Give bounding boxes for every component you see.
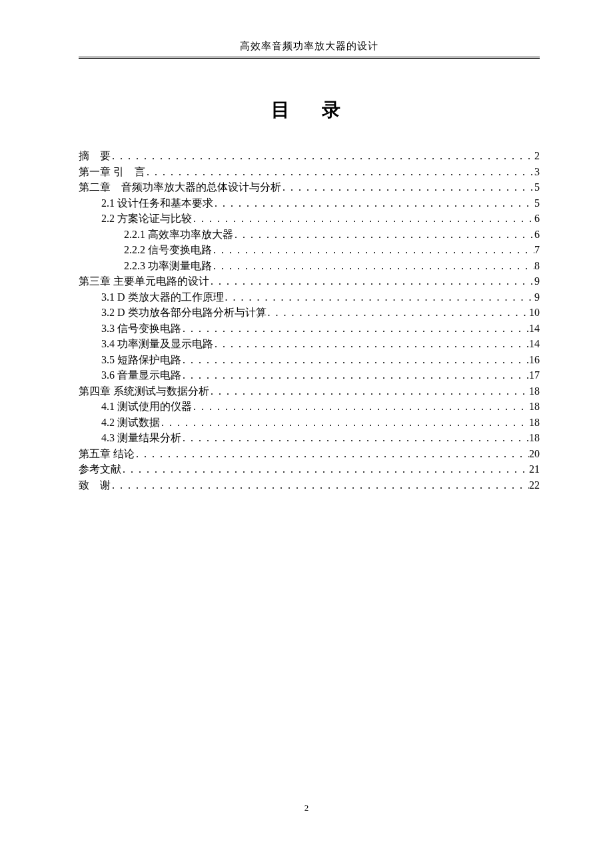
toc-entry-page: 5 [534,179,540,195]
toc-entry-page: 10 [529,305,540,321]
toc-entry: 2.2.3 功率测量电路 8 [79,258,540,274]
toc-entry: 4.3 测量结果分析 18 [79,430,540,446]
toc-entry-label: 3.5 短路保护电路 [101,352,181,368]
toc-entry: 3.3 信号变换电路 14 [79,321,540,337]
toc-entry-page: 5 [534,195,540,211]
page-title: 目 录 [79,97,540,123]
toc-entry-page: 14 [529,336,540,352]
toc-leader-dots [181,430,529,446]
toc-entry: 4.1 测试使用的仪器 18 [79,399,540,415]
toc-entry-page: 3 [534,164,540,180]
toc-entry-label: 4.1 测试使用的仪器 [101,399,192,415]
toc-leader-dots [233,227,534,243]
toc-entry: 第二章 音频功率放大器的总体设计与分析 5 [79,179,540,195]
toc-entry-page: 20 [529,446,540,462]
toc-entry: 第四章 系统测试与数据分析 18 [79,383,540,399]
toc-entry-label: 第三章 主要单元电路的设计 [79,273,209,289]
toc-entry-label: 3.1 D 类放大器的工作原理 [101,289,224,305]
toc-leader-dots [213,336,529,352]
toc-entry-page: 18 [529,430,540,446]
toc-leader-dots [281,179,534,195]
toc-entry: 3.1 D 类放大器的工作原理 9 [79,289,540,305]
toc-entry-label: 第二章 音频功率放大器的总体设计与分析 [79,179,281,195]
table-of-contents: 摘 要 2第一章 引 言 3第二章 音频功率放大器的总体设计与分析 52.1 设… [79,148,540,493]
toc-entry-page: 22 [529,477,540,493]
toc-leader-dots [181,352,529,368]
toc-entry-label: 3.3 信号变换电路 [101,321,181,337]
page-number: 2 [0,803,613,813]
toc-entry-page: 2 [534,148,540,164]
toc-entry-label: 致 谢 [79,477,111,493]
toc-entry-page: 8 [534,258,540,274]
toc-leader-dots [135,446,529,462]
toc-entry-label: 摘 要 [79,148,111,164]
toc-leader-dots [224,289,534,305]
toc-entry-page: 18 [529,399,540,415]
toc-entry: 2.1 设计任务和基本要求 5 [79,195,540,211]
toc-entry-label: 2.2.2 信号变换电路 [124,242,212,258]
header-rule [79,57,540,59]
toc-leader-dots [209,273,534,289]
toc-leader-dots [121,461,529,477]
toc-entry-label: 第一章 引 言 [79,164,145,180]
toc-entry: 3.4 功率测量及显示电路 14 [79,336,540,352]
toc-leader-dots [111,477,529,493]
toc-leader-dots [267,305,529,321]
toc-entry: 3.2 D 类功放各部分电路分析与计算 10 [79,305,540,321]
toc-entry: 致 谢 22 [79,477,540,493]
toc-leader-dots [209,383,529,399]
toc-entry: 2.2.2 信号变换电路 7 [79,242,540,258]
toc-leader-dots [160,415,529,431]
toc-entry-label: 4.2 测试数据 [101,415,160,431]
toc-entry: 摘 要 2 [79,148,540,164]
toc-leader-dots [181,367,529,383]
toc-entry-label: 参考文献 [79,461,121,477]
toc-entry-page: 18 [529,383,540,399]
toc-entry-page: 16 [529,352,540,368]
toc-entry: 2.2.1 高效率功率放大器 6 [79,227,540,243]
toc-entry-page: 9 [534,273,540,289]
toc-entry: 3.6 音量显示电路 17 [79,367,540,383]
toc-leader-dots [212,258,534,274]
toc-entry-label: 第四章 系统测试与数据分析 [79,383,209,399]
toc-entry-label: 第五章 结论 [79,446,135,462]
toc-entry: 4.2 测试数据 18 [79,415,540,431]
toc-entry-label: 3.2 D 类功放各部分电路分析与计算 [101,305,267,321]
toc-entry-label: 3.4 功率测量及显示电路 [101,336,213,352]
toc-leader-dots [192,399,529,415]
toc-leader-dots [213,195,534,211]
toc-entry-page: 9 [534,289,540,305]
toc-leader-dots [111,148,534,164]
toc-entry-page: 14 [529,321,540,337]
toc-entry-label: 2.2.3 功率测量电路 [124,258,212,274]
toc-entry-label: 2.2.1 高效率功率放大器 [124,227,233,243]
toc-entry: 参考文献 21 [79,461,540,477]
toc-leader-dots [212,242,534,258]
toc-entry: 第一章 引 言 3 [79,164,540,180]
toc-entry-label: 2.2 方案论证与比较 [101,211,192,227]
running-header: 高效率音频功率放大器的设计 [79,40,540,57]
toc-entry-page: 6 [534,211,540,227]
toc-leader-dots [145,164,534,180]
toc-entry: 第五章 结论 20 [79,446,540,462]
toc-entry-page: 17 [529,367,540,383]
toc-entry-page: 6 [534,227,540,243]
toc-leader-dots [192,211,534,227]
toc-entry: 2.2 方案论证与比较 6 [79,211,540,227]
toc-entry-label: 4.3 测量结果分析 [101,430,181,446]
toc-entry-page: 18 [529,415,540,431]
document-page: 高效率音频功率放大器的设计 目 录 摘 要 2第一章 引 言 3第二章 音频功率… [0,0,613,493]
toc-entry-page: 21 [529,461,540,477]
toc-entry-page: 7 [534,242,540,258]
toc-leader-dots [181,321,529,337]
toc-entry-label: 3.6 音量显示电路 [101,367,181,383]
toc-entry-label: 2.1 设计任务和基本要求 [101,195,213,211]
toc-entry: 3.5 短路保护电路 16 [79,352,540,368]
toc-entry: 第三章 主要单元电路的设计 9 [79,273,540,289]
